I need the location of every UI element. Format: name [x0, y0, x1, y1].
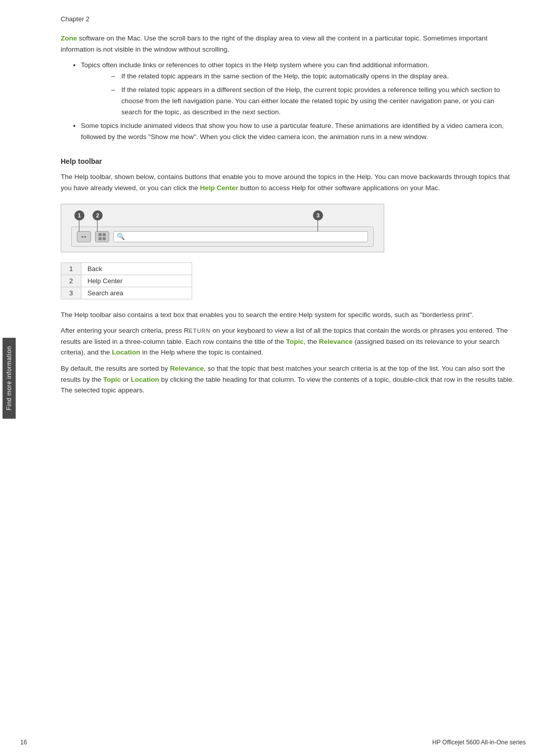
para3-part3: , the — [304, 338, 319, 345]
toolbar-diagram-container: 1 2 3 ↔ — [61, 204, 384, 252]
back-button[interactable]: ↔ — [77, 231, 91, 242]
legend-label-2: Help Center — [81, 275, 192, 287]
para4-part3: or — [121, 376, 131, 383]
para3-part5: in the Help where the topic is contained… — [141, 348, 263, 356]
help-toolbar-para4: By default, the results are sorted by Re… — [61, 363, 516, 396]
badge-2: 2 — [93, 210, 103, 220]
bullet-item-1: Topics often include links or references… — [81, 60, 516, 117]
main-content: Chapter 2 Zone software on the Mac. Use … — [20, 0, 546, 431]
helpcenter-icon — [98, 233, 106, 241]
svg-rect-3 — [103, 237, 106, 240]
location-link-1[interactable]: Location — [112, 348, 140, 356]
search-area[interactable]: 🔍 — [113, 231, 368, 242]
help-toolbar-para3: After entering your search criteria, pre… — [61, 325, 516, 358]
badge1-line — [79, 220, 79, 232]
zone-intro-text: software on the Mac. Use the scroll bars… — [61, 34, 487, 53]
help-center-button[interactable] — [95, 231, 109, 242]
page-footer: 16 HP Officejet 5600 All-in-One series — [20, 739, 526, 746]
side-tab: Find more information — [3, 338, 16, 419]
help-center-link[interactable]: Help Center — [200, 184, 238, 192]
topic-link-2[interactable]: Topic — [103, 376, 121, 383]
toolbar-bar: ↔ 🔍 — [71, 227, 374, 247]
zone-intro-paragraph: Zone software on the Mac. Use the scroll… — [61, 33, 516, 55]
dash-item-1: If the related topic appears in the same… — [111, 71, 516, 82]
badge-1: 1 — [74, 210, 84, 220]
legend-label-3: Search area — [81, 287, 192, 299]
para3-smallcaps: ETURN — [189, 328, 211, 334]
legend-num-2: 2 — [61, 275, 81, 287]
bullet-1-text: Topics often include links or references… — [81, 61, 429, 69]
main-bullet-list: Topics often include links or references… — [81, 60, 516, 142]
zone-term: Zone — [61, 34, 77, 42]
help-toolbar-para1: The Help toolbar, shown below, contains … — [61, 171, 516, 193]
relevance-link-1[interactable]: Relevance — [319, 338, 353, 345]
page-number: 16 — [20, 739, 27, 746]
relevance-link-2[interactable]: Relevance — [170, 365, 204, 372]
legend-row-3: 3 Search area — [61, 287, 192, 299]
legend-row-1: 1 Back — [61, 262, 192, 275]
dash-item-2: If the related topic appears in a differ… — [111, 84, 516, 117]
legend-num-1: 1 — [61, 262, 81, 275]
bullet-item-2: Some topics include animated videos that… — [81, 120, 516, 142]
badge-3: 3 — [313, 210, 323, 220]
svg-rect-0 — [99, 233, 102, 236]
svg-rect-2 — [99, 237, 102, 240]
para4-part1: By default, the results are sorted by — [61, 365, 170, 372]
help-toolbar-heading: Help toolbar — [61, 157, 516, 165]
help-toolbar-para2: The Help toolbar also contains a text bo… — [61, 309, 516, 321]
footer-product: HP Officejet 5600 All-in-One series — [432, 739, 526, 746]
location-link-2[interactable]: Location — [131, 376, 159, 383]
search-icon: 🔍 — [117, 233, 125, 240]
legend-row-2: 2 Help Center — [61, 275, 192, 287]
dash-sublist-1: If the related topic appears in the same… — [111, 71, 516, 117]
svg-rect-1 — [103, 233, 106, 236]
para3-part1: After entering your search criteria, pre… — [61, 327, 189, 334]
topic-link-1[interactable]: Topic — [286, 338, 304, 345]
badge2-line — [97, 220, 98, 232]
badge3-line — [317, 220, 318, 232]
legend-table: 1 Back 2 Help Center 3 Search area — [61, 262, 192, 299]
badges-row: 1 2 3 — [66, 209, 379, 225]
chapter-heading: Chapter 2 — [61, 15, 516, 23]
para1-text-after: button to access Help for other software… — [238, 184, 440, 192]
legend-num-3: 3 — [61, 287, 81, 299]
legend-label-1: Back — [81, 262, 192, 275]
